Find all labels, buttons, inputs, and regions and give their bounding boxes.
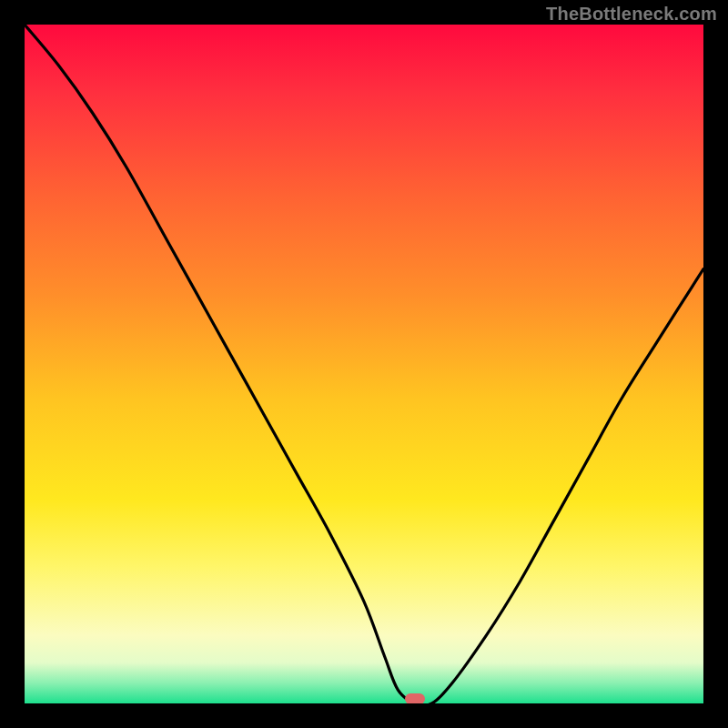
plot-area [25,25,703,703]
chart-frame: TheBottleneck.com [0,0,728,728]
optimal-point-marker [405,693,425,703]
bottleneck-curve [25,25,703,703]
watermark-text: TheBottleneck.com [546,4,717,25]
